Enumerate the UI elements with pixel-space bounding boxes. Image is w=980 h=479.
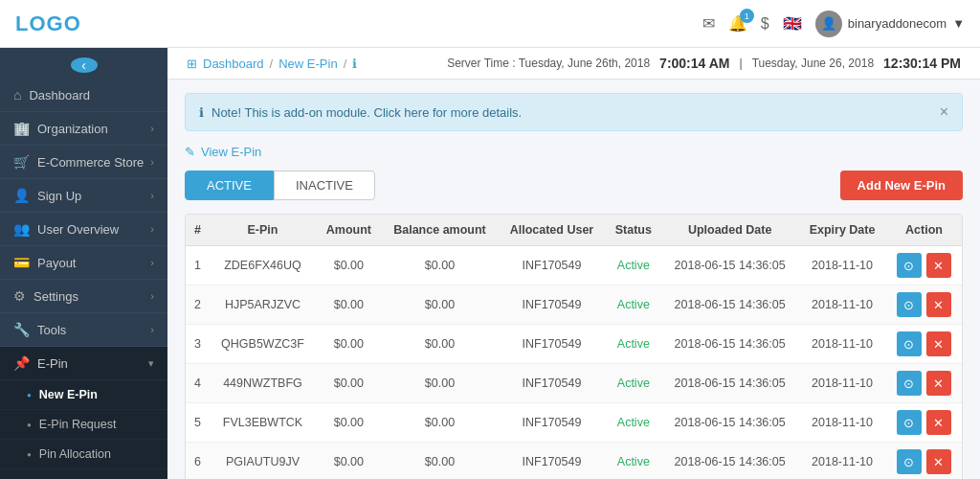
sidebar-toggle[interactable]: ‹: [71, 57, 98, 73]
table-header-row: # E-Pin Amount Balance amount Allocated …: [186, 215, 962, 246]
notification-badge: 1: [740, 9, 754, 23]
logo: LOGO: [15, 11, 81, 36]
dropdown-chevron: ▼: [952, 16, 965, 31]
cell-balance: $0.00: [382, 443, 499, 480]
signup-icon: 👤: [13, 188, 30, 203]
sidebar-subitem-new-epin[interactable]: ● New E-Pin: [0, 380, 167, 410]
sidebar-label-useroverview: User Overview: [37, 222, 119, 237]
delete-button[interactable]: ✕: [926, 292, 951, 317]
col-balance: Balance amount: [382, 215, 499, 246]
cell-num: 2: [186, 285, 210, 325]
cell-balance: $0.00: [382, 285, 499, 325]
view-button[interactable]: ⊙: [897, 292, 922, 317]
email-icon[interactable]: ✉: [702, 14, 715, 33]
cell-expiry: 2018-11-10: [798, 364, 886, 403]
alert-close-button[interactable]: ×: [940, 103, 948, 121]
dollar-icon[interactable]: $: [761, 15, 769, 33]
breadcrumb-dashboard[interactable]: Dashboard: [203, 57, 264, 71]
cell-action: ⊙ ✕: [886, 325, 962, 364]
organization-icon: 🏢: [13, 121, 30, 136]
chevron-icon: ›: [150, 324, 154, 335]
sidebar-item-payout[interactable]: 💳 Payout ›: [0, 246, 167, 280]
cell-balance: $0.00: [382, 403, 499, 443]
view-button[interactable]: ⊙: [897, 371, 922, 396]
sidebar-sublabel-epin-request: E-Pin Request: [39, 418, 117, 431]
sidebar-subitem-view-epin[interactable]: ● View E-Pin: [0, 469, 167, 479]
server-time-value: 7:00:14 AM: [659, 56, 729, 71]
tab-buttons: ACTIVE INACTIVE: [185, 171, 375, 200]
cell-status: Active: [606, 403, 662, 443]
tab-inactive[interactable]: INACTIVE: [274, 171, 375, 200]
sidebar-label-payout: Payout: [37, 256, 76, 270]
view-button[interactable]: ⊙: [897, 449, 922, 474]
view-button[interactable]: ⊙: [897, 410, 922, 435]
cell-uploaded: 2018-06-15 14:36:05: [661, 403, 798, 443]
table-row: 6 PGIAUTU9JV $0.00 $0.00 INF170549 Activ…: [186, 443, 962, 480]
sidebar-subitem-epin-request[interactable]: ● E-Pin Request: [0, 410, 167, 440]
cell-num: 3: [186, 325, 210, 364]
language-icon[interactable]: 🇬🇧: [783, 14, 802, 33]
sidebar-subitem-pin-allocation[interactable]: ● Pin Allocation: [0, 440, 167, 469]
sidebar-item-dashboard[interactable]: ⌂ Dashboard: [0, 79, 167, 112]
server-time-label: Server Time : Tuesday, June 26th, 2018: [447, 57, 650, 70]
add-new-epin-button[interactable]: Add New E-Pin: [840, 171, 963, 200]
sidebar-label-organization: Organization: [37, 122, 108, 136]
delete-button[interactable]: ✕: [926, 253, 951, 278]
delete-button[interactable]: ✕: [926, 371, 951, 396]
epin-icon: 📌: [13, 355, 30, 371]
cell-status: Active: [606, 285, 662, 325]
cell-amount: $0.00: [316, 403, 381, 443]
bell-icon[interactable]: 🔔 1: [728, 14, 747, 33]
breadcrumb-new-epin: New E-Pin: [278, 57, 337, 71]
sidebar-item-tools[interactable]: 🔧 Tools ›: [0, 313, 167, 347]
cell-status: Active: [606, 443, 662, 480]
delete-button[interactable]: ✕: [926, 410, 951, 435]
sidebar-item-epin[interactable]: 📌 E-Pin ▾: [0, 347, 167, 380]
user-dropdown[interactable]: 👤 binaryaddonecom ▼: [815, 11, 965, 37]
table-row: 1 ZDE6FX46UQ $0.00 $0.00 INF170549 Activ…: [186, 246, 962, 285]
sidebar-label-ecommerce: E-Commerce Store: [37, 155, 144, 170]
delete-button[interactable]: ✕: [926, 449, 951, 474]
cell-status: Active: [606, 364, 662, 403]
delete-button[interactable]: ✕: [926, 331, 951, 356]
cell-status: Active: [606, 246, 662, 285]
view-epin-link[interactable]: ✎ View E-Pin: [185, 145, 963, 159]
tab-row: ACTIVE INACTIVE Add New E-Pin: [185, 171, 963, 200]
sidebar-item-ecommerce[interactable]: 🛒 E-Commerce Store ›: [0, 146, 167, 179]
cell-uploaded: 2018-06-15 14:36:05: [661, 443, 798, 480]
dot-icon: ●: [27, 450, 32, 459]
server-date2: Tuesday, June 26, 2018: [752, 57, 874, 70]
col-action: Action: [886, 215, 962, 246]
sidebar-item-settings[interactable]: ⚙ Settings ›: [0, 280, 167, 313]
alert-text[interactable]: Note! This is add-on module. Click here …: [212, 105, 522, 120]
dot-icon: ●: [27, 391, 32, 399]
page-body: ℹ Note! This is add-on module. Click her…: [167, 80, 980, 479]
info-icon[interactable]: ℹ: [352, 57, 357, 71]
dot-icon: ●: [27, 421, 32, 429]
cell-user: INF170549: [498, 443, 605, 480]
cell-action: ⊙ ✕: [886, 285, 962, 325]
chevron-down-icon: ▾: [148, 357, 154, 370]
top-navbar: LOGO ✉ 🔔 1 $ 🇬🇧 👤 binaryaddonecom ▼: [0, 0, 980, 48]
sidebar-item-useroverview[interactable]: 👥 User Overview ›: [0, 213, 167, 246]
col-num: #: [186, 215, 210, 246]
cell-uploaded: 2018-06-15 14:36:05: [661, 364, 798, 403]
home-icon: ⌂: [13, 87, 21, 103]
cell-user: INF170549: [498, 246, 605, 285]
cell-uploaded: 2018-06-15 14:36:05: [661, 246, 798, 285]
col-user: Allocated User: [498, 215, 605, 246]
cell-balance: $0.00: [382, 246, 499, 285]
sidebar-item-signup[interactable]: 👤 Sign Up ›: [0, 179, 167, 213]
cell-action: ⊙ ✕: [886, 364, 962, 403]
cell-num: 5: [186, 403, 210, 443]
separator: |: [740, 57, 743, 70]
view-button[interactable]: ⊙: [897, 331, 922, 356]
cell-expiry: 2018-11-10: [798, 443, 886, 480]
sidebar-item-organization[interactable]: 🏢 Organization ›: [0, 112, 167, 146]
cell-epin: QHGB5WZC3F: [210, 325, 316, 364]
breadcrumb: ⊞ Dashboard / New E-Pin / ℹ: [187, 57, 357, 71]
cell-num: 6: [186, 443, 210, 480]
view-button[interactable]: ⊙: [897, 253, 922, 278]
tab-active[interactable]: ACTIVE: [185, 171, 274, 200]
settings-icon: ⚙: [13, 288, 26, 304]
